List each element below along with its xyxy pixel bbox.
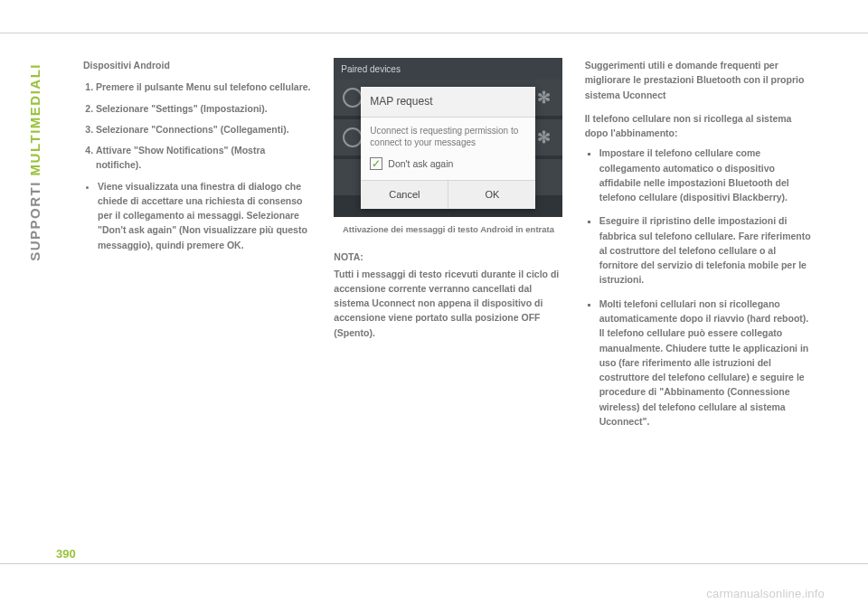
note-text: Tutti i messaggi di testo ricevuti duran…	[334, 267, 562, 340]
sidebar-label-part1: SUPPORTI	[27, 175, 42, 260]
tip-bullet: Eseguire il ripristino delle impostazion…	[599, 213, 814, 287]
step-3: Selezionare "Connections" (Collegamenti)…	[96, 122, 312, 137]
step-2: Selezionare "Settings" (Impostazioni).	[96, 101, 312, 116]
screenshot-caption: Attivazione dei messaggi di testo Androi…	[334, 224, 562, 235]
sidebar-label-part2: MULTIMEDIALI	[27, 63, 42, 175]
phone-topbar: Paired devices	[334, 58, 562, 82]
gear-icon: ✻	[537, 129, 553, 146]
manual-page: SUPPORTI MULTIMEDIALI 390 Dispositivi An…	[0, 0, 868, 613]
tips-subheading: Il telefono cellulare non si ricollega a…	[585, 111, 814, 141]
dialog-checkbox-row: ✓ Don't ask again	[361, 153, 535, 180]
tip-bullet: Molti telefoni cellulari non si ricolleg…	[599, 297, 814, 429]
dialog-message: Uconnect is requesting permission to con…	[361, 118, 535, 153]
content-columns: Dispositivi Android Premere il pulsante …	[83, 58, 814, 438]
top-rule	[0, 33, 868, 33]
dialog-title: MAP request	[361, 87, 535, 118]
page-number: 390	[56, 547, 76, 561]
col1-subbullets: Viene visualizzata una finestra di dialo…	[98, 179, 312, 252]
col1-steps: Premere il pulsante Menu sul telefono ce…	[96, 80, 312, 172]
column-3: Suggerimenti utili e domande frequenti p…	[585, 58, 814, 438]
column-2: Paired devices ✻ ✻ MAP request Uconnect …	[334, 58, 562, 438]
watermark: carmanualsonline.info	[706, 587, 825, 600]
bottom-rule	[0, 563, 868, 564]
tip-bullet: Impostare il telefono cellulare come col…	[599, 146, 814, 204]
step-1: Premere il pulsante Menu sul telefono ce…	[96, 80, 312, 94]
tips-heading: Suggerimenti utili e domande frequenti p…	[585, 58, 814, 102]
map-request-dialog: MAP request Uconnect is requesting permi…	[361, 87, 535, 209]
gear-icon: ✻	[537, 90, 553, 106]
checkbox-label: Don't ask again	[388, 156, 453, 171]
ok-button[interactable]: OK	[448, 181, 535, 209]
col1-heading: Dispositivi Android	[83, 58, 312, 72]
step-4: Attivare "Show Notifications" (Mostra no…	[96, 143, 312, 173]
note-label: NOTA:	[334, 250, 562, 264]
cancel-button[interactable]: Cancel	[361, 181, 448, 209]
phone-screenshot: Paired devices ✻ ✻ MAP request Uconnect …	[334, 58, 562, 217]
tips-bullets: Impostare il telefono cellulare come col…	[599, 146, 814, 429]
dialog-buttons: Cancel OK	[361, 180, 535, 209]
column-1: Dispositivi Android Premere il pulsante …	[83, 58, 312, 438]
section-sidebar-label: SUPPORTI MULTIMEDIALI	[27, 63, 42, 261]
col1-subbullet: Viene visualizzata una finestra di dialo…	[98, 179, 312, 252]
checkbox-icon[interactable]: ✓	[370, 157, 382, 170]
